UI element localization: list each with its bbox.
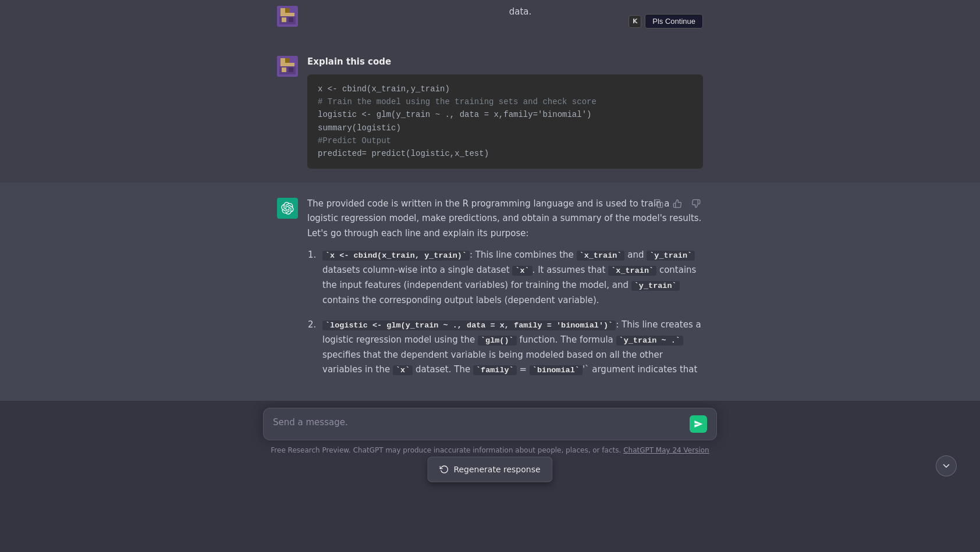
code-line-6: predicted= predict(logistic,x_test) <box>318 147 693 160</box>
list-item-1-text-3: datasets column-wise into a single datas… <box>322 265 512 275</box>
user-avatar <box>277 6 298 27</box>
svg-rect-9 <box>280 58 285 63</box>
message-input[interactable] <box>273 417 685 431</box>
svg-rect-11 <box>290 58 294 63</box>
truncated-message: data. K Pls Continue <box>0 0 980 41</box>
scroll-down-button[interactable] <box>936 455 957 476</box>
code-snippet-6: `y_train` <box>631 281 680 291</box>
svg-rect-4 <box>280 13 294 16</box>
ai-intro: The provided code is written in the R pr… <box>307 197 703 241</box>
explanation-list: `x <- cbind(x_train, y_train)`: This lin… <box>307 248 703 378</box>
svg-rect-16 <box>658 202 663 208</box>
code-line-3: logistic <- glm(y_train ~ ., data = x,fa… <box>318 108 693 121</box>
code-snippet-9: `y_train ~ .` <box>616 336 683 346</box>
list-item-1-text-6: contains the corresponding output labels… <box>322 295 599 305</box>
list-item-1-text-2: and <box>624 250 647 260</box>
regenerate-popup[interactable]: Regenerate response <box>427 457 552 482</box>
copy-button[interactable] <box>652 197 666 211</box>
continue-button[interactable]: Pls Continue <box>645 14 703 29</box>
code-snippet-12: `binomial` <box>530 365 583 375</box>
svg-rect-10 <box>285 58 290 63</box>
truncated-text: data. <box>465 5 546 27</box>
list-item-2-text-2: function. The formula <box>517 334 616 345</box>
code-block: x <- cbind(x_train,y_train) # Train the … <box>307 74 703 169</box>
list-item-1: `x <- cbind(x_train, y_train)`: This lin… <box>319 248 703 308</box>
code-snippet-5: `x_train` <box>608 266 656 276</box>
code-snippet-4: `x` <box>512 266 532 276</box>
footer-link[interactable]: ChatGPT May 24 Version <box>623 446 709 454</box>
regenerate-label: Regenerate response <box>453 463 540 476</box>
user-avatar-2 <box>277 56 298 77</box>
continue-button-area: K Pls Continue <box>629 14 703 29</box>
thumbs-down-button[interactable] <box>689 197 703 211</box>
svg-rect-3 <box>290 8 294 13</box>
list-item-1-text: : This line combines the <box>470 250 577 260</box>
thumbs-up-button[interactable] <box>670 197 684 211</box>
list-item-2-text-6: '` argument indicates that <box>583 364 697 375</box>
code-line-2: # Train the model using the training set… <box>318 95 693 108</box>
bottom-input-area: Free Research Preview. ChatGPT may produ… <box>0 401 980 461</box>
list-item-2: `logistic <- glm(y_train ~ ., data = x, … <box>319 318 703 378</box>
code-snippet-1: `x <- cbind(x_train, y_train)` <box>322 251 470 261</box>
input-wrapper <box>263 408 717 440</box>
footer-text: Free Research Preview. ChatGPT may produ… <box>271 445 709 456</box>
ai-message-actions <box>652 197 703 211</box>
ai-avatar <box>277 198 298 219</box>
list-item-1-text-4: . It assumes that <box>532 265 609 275</box>
svg-rect-1 <box>280 8 285 13</box>
svg-rect-7 <box>289 17 293 22</box>
send-button[interactable] <box>690 415 707 433</box>
code-snippet-2: `x_train` <box>577 251 625 261</box>
code-line-4: summary(logistic) <box>318 122 693 134</box>
svg-rect-2 <box>285 8 290 13</box>
user-message: Explain this code x <- cbind(x_train,y_t… <box>0 41 980 183</box>
svg-rect-14 <box>282 67 286 72</box>
code-line-5: #Predict Output <box>318 134 693 147</box>
code-snippet-7: `logistic <- glm(y_train ~ ., data = x, … <box>322 320 616 330</box>
list-item-2-text-5: = <box>517 364 530 375</box>
list-item-2-text-4: dataset. The <box>413 364 473 375</box>
ai-message: The provided code is written in the R pr… <box>0 183 980 401</box>
code-snippet-11: `family` <box>473 365 517 375</box>
user-message-title: Explain this code <box>307 55 703 70</box>
ai-message-content: The provided code is written in the R pr… <box>307 197 703 387</box>
svg-rect-6 <box>282 17 286 22</box>
user-message-content: Explain this code x <- cbind(x_train,y_t… <box>307 55 703 169</box>
code-line-1: x <- cbind(x_train,y_train) <box>318 83 693 95</box>
k-badge: K <box>629 15 641 28</box>
code-snippet-8: `glm()` <box>478 336 517 346</box>
svg-rect-12 <box>280 63 294 66</box>
svg-rect-15 <box>289 67 293 72</box>
code-snippet-3: `y_train` <box>647 251 695 261</box>
code-snippet-10: `x` <box>393 365 413 375</box>
